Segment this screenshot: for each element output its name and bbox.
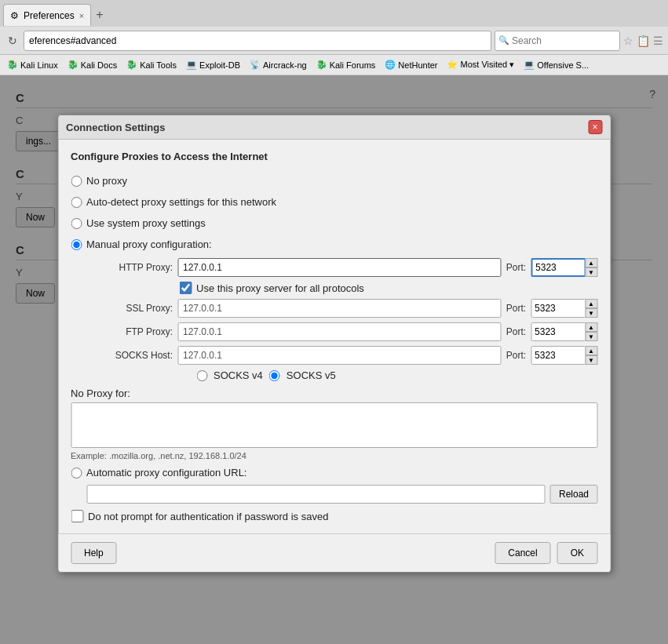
ftp-proxy-row: FTP Proxy: Port: ▲ ▼ — [94, 322, 597, 341]
url-bar[interactable] — [24, 31, 491, 51]
socks-v4-label[interactable]: SOCKS v4 — [214, 369, 263, 381]
offensive-label: Offensive S... — [537, 60, 589, 70]
most-visited-label: Most Visited ▾ — [460, 60, 514, 70]
ssl-port-spinner: ▲ ▼ — [585, 299, 597, 318]
reload-btn[interactable]: ↻ — [5, 33, 20, 49]
system-proxy-label[interactable]: Use system proxy settings — [86, 217, 206, 229]
auto-proxy-url-label[interactable]: Automatic proxy configuration URL: — [86, 467, 246, 478]
dialog-title: Connection Settings — [66, 122, 165, 133]
radio-row-system-proxy: Use system proxy settings — [71, 216, 597, 231]
auto-detect-label[interactable]: Auto-detect proxy settings for this netw… — [86, 196, 276, 208]
bookmark-icon[interactable]: 📋 — [637, 35, 650, 47]
dialog-title-bar: Connection Settings × — [58, 115, 610, 140]
auth-checkbox[interactable] — [71, 510, 83, 522]
tab-close-btn[interactable]: × — [79, 11, 84, 20]
no-proxy-label[interactable]: No proxy — [86, 175, 127, 187]
socks-port-input[interactable] — [531, 346, 586, 365]
new-tab-btn[interactable]: + — [91, 8, 108, 22]
bookmark-kali-linux[interactable]: 🐉 Kali Linux — [3, 58, 62, 71]
socks-v5-radio[interactable] — [269, 370, 280, 381]
http-port-down[interactable]: ▼ — [585, 267, 597, 277]
http-port-wrapper: ▲ ▼ — [531, 258, 597, 277]
http-proxy-input[interactable] — [177, 258, 502, 277]
system-proxy-radio[interactable] — [71, 218, 82, 229]
bookmark-most-visited[interactable]: ⭐ Most Visited ▾ — [443, 58, 518, 71]
bookmark-offensive[interactable]: 💻 Offensive S... — [520, 58, 593, 71]
help-button[interactable]: Help — [71, 542, 117, 564]
auto-proxy-input-row: Reload — [86, 485, 597, 504]
ftp-port-input[interactable] — [531, 322, 586, 341]
radio-row-auto-detect: Auto-detect proxy settings for this netw… — [71, 195, 597, 209]
no-proxy-section: No Proxy for: Example: .mozilla.org, .ne… — [71, 387, 597, 460]
kali-linux-label: Kali Linux — [20, 60, 58, 70]
tab-label: Preferences — [24, 10, 75, 21]
ftp-port-spinner: ▲ ▼ — [585, 322, 597, 341]
no-proxy-radio[interactable] — [71, 176, 82, 187]
socks-port-spinner: ▲ ▼ — [585, 346, 597, 365]
http-port-spinner: ▲ ▼ — [585, 258, 597, 277]
nav-bar: ↻ 🔍 ☆ 📋 ☰ — [0, 27, 668, 55]
kali-docs-label: Kali Docs — [81, 60, 117, 70]
kali-linux-icon: 🐉 — [7, 60, 18, 70]
bookmarks-bar: 🐉 Kali Linux 🐉 Kali Docs 🐉 Kali Tools 💻 … — [0, 55, 668, 75]
ftp-port-wrapper: ▲ ▼ — [531, 322, 597, 341]
cancel-button[interactable]: Cancel — [495, 542, 550, 564]
socks-port-down[interactable]: ▼ — [585, 355, 597, 365]
ok-button[interactable]: OK — [557, 542, 597, 564]
preferences-tab[interactable]: ⚙ Preferences × — [3, 4, 91, 26]
search-bar-container: 🔍 — [495, 31, 620, 51]
section-title: Configure Proxies to Access the Internet — [71, 151, 597, 162]
ssl-port-up[interactable]: ▲ — [585, 299, 597, 308]
bookmark-aircrack[interactable]: 📡 Aircrack-ng — [246, 58, 311, 71]
tab-bar: ⚙ Preferences × + — [0, 0, 668, 27]
kali-forums-label: Kali Forums — [330, 60, 376, 70]
use-for-all-checkbox[interactable] — [179, 282, 192, 294]
aircrack-label: Aircrack-ng — [263, 60, 307, 70]
radio-row-manual-proxy: Manual proxy configuration: — [71, 237, 597, 252]
socks-v5-label[interactable]: SOCKS v5 — [287, 369, 336, 381]
dialog-body: Configure Proxies to Access the Internet… — [58, 140, 610, 533]
bookmark-exploit-db[interactable]: 💻 Exploit-DB — [182, 58, 244, 71]
ssl-proxy-label: SSL Proxy: — [94, 303, 173, 314]
auto-proxy-url-input[interactable] — [86, 485, 546, 504]
manual-proxy-radio[interactable] — [71, 239, 82, 250]
nethunter-label: NetHunter — [398, 60, 437, 70]
bookmark-kali-tools[interactable]: 🐉 Kali Tools — [122, 58, 181, 71]
no-proxy-textarea[interactable] — [71, 402, 597, 448]
auto-detect-radio[interactable] — [71, 197, 82, 208]
socks-port-up[interactable]: ▲ — [585, 346, 597, 355]
reload-button[interactable]: Reload — [550, 485, 597, 504]
manual-proxy-label[interactable]: Manual proxy configuration: — [86, 238, 212, 250]
menu-icon[interactable]: ☰ — [653, 35, 663, 47]
star-icon[interactable]: ☆ — [623, 35, 633, 47]
kali-tools-icon: 🐉 — [126, 60, 137, 70]
socks-proxy-row: SOCKS Host: Port: ▲ ▼ — [94, 346, 597, 365]
ssl-port-down[interactable]: ▼ — [585, 308, 597, 318]
ftp-port-down[interactable]: ▼ — [585, 332, 597, 341]
ssl-port-wrapper: ▲ ▼ — [531, 299, 597, 318]
dialog-close-btn[interactable]: × — [588, 120, 602, 134]
most-visited-icon: ⭐ — [447, 60, 458, 70]
exploit-db-label: Exploit-DB — [199, 60, 240, 70]
bookmark-nethunter[interactable]: 🌐 NetHunter — [381, 58, 441, 71]
ftp-proxy-input[interactable] — [177, 322, 502, 341]
http-port-up[interactable]: ▲ — [585, 258, 597, 267]
no-proxy-example: Example: .mozilla.org, .net.nz, 192.168.… — [71, 451, 597, 460]
search-input[interactable] — [512, 35, 606, 46]
use-for-all-row: Use this proxy server for all protocols — [179, 282, 597, 294]
ssl-proxy-row: SSL Proxy: Port: ▲ ▼ — [94, 299, 597, 318]
use-for-all-label[interactable]: Use this proxy server for all protocols — [196, 282, 364, 294]
socks-v4-radio[interactable] — [196, 370, 207, 381]
http-port-input[interactable] — [531, 258, 586, 277]
socks-proxy-input[interactable] — [177, 346, 502, 365]
ftp-port-up[interactable]: ▲ — [585, 322, 597, 332]
ssl-port-input[interactable] — [531, 299, 586, 318]
auth-label[interactable]: Do not prompt for authentication if pass… — [88, 511, 328, 522]
auto-proxy-url-radio[interactable] — [71, 468, 82, 478]
bookmark-kali-forums[interactable]: 🐉 Kali Forums — [312, 58, 380, 71]
browser-chrome: ⚙ Preferences × + ↻ 🔍 ☆ 📋 ☰ 🐉 Kali Linux… — [0, 0, 668, 75]
ssl-proxy-input[interactable] — [177, 299, 502, 318]
bookmark-kali-docs[interactable]: 🐉 Kali Docs — [64, 58, 121, 71]
ssl-port-label: Port: — [506, 303, 526, 314]
http-proxy-label: HTTP Proxy: — [94, 262, 173, 273]
